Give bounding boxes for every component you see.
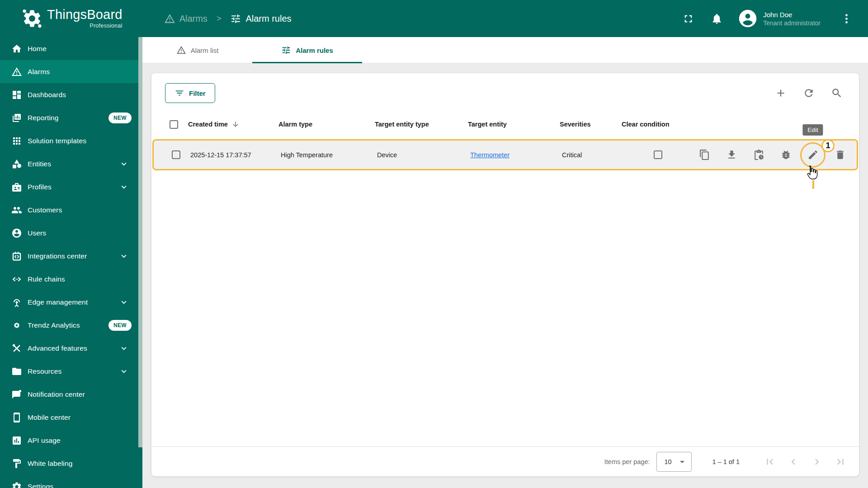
add-button[interactable] bbox=[775, 87, 787, 99]
chevron-down-icon bbox=[119, 182, 129, 192]
column-label: Alarm type bbox=[278, 121, 312, 128]
select-all-checkbox[interactable] bbox=[170, 120, 178, 129]
tune-icon bbox=[230, 13, 241, 24]
page-size-select[interactable]: 10 bbox=[656, 452, 692, 472]
sidebar-item-label: Advanced features bbox=[28, 344, 87, 352]
breadcrumb: Alarms > Alarm rules bbox=[164, 13, 292, 24]
debug-button[interactable] bbox=[777, 146, 795, 164]
cell-target-entity-type: Device bbox=[377, 151, 470, 159]
tab-label: Alarm list bbox=[191, 47, 219, 54]
sidebar-item-integrations-center[interactable]: Integrations center bbox=[0, 244, 142, 267]
gear-icon bbox=[11, 481, 22, 488]
edit-tooltip: Edit bbox=[802, 124, 823, 136]
sidebar-item-resources[interactable]: Resources bbox=[0, 360, 142, 383]
target-entity-link[interactable]: Thermometer bbox=[470, 151, 509, 159]
app-logo[interactable]: ThingsBoard Professional bbox=[0, 8, 123, 29]
download-button[interactable] bbox=[722, 146, 741, 164]
user-name: John Doe bbox=[763, 11, 821, 19]
chevron-right-icon bbox=[811, 456, 823, 468]
dashboard-icon bbox=[11, 89, 22, 100]
notifications-button[interactable] bbox=[711, 13, 723, 25]
person-circle-icon bbox=[11, 228, 22, 239]
filter-icon bbox=[175, 88, 184, 98]
chevron-down-icon bbox=[119, 343, 129, 353]
sidebar-item-api-usage[interactable]: API usage bbox=[0, 429, 142, 452]
sidebar-item-dashboards[interactable]: Dashboards bbox=[0, 83, 142, 106]
column-header-clear-condition[interactable]: Clear condition bbox=[622, 121, 689, 128]
table-header-row: Created time Alarm type Target entity ty… bbox=[151, 113, 859, 136]
sidebar-item-users[interactable]: Users bbox=[0, 221, 142, 244]
sidebar-item-rule-chains[interactable]: Rule chains bbox=[0, 267, 142, 291]
breadcrumb-separator: > bbox=[217, 14, 222, 23]
sidebar-item-profiles[interactable]: Profiles bbox=[0, 175, 142, 198]
column-header-target-entity-type[interactable]: Target entity type bbox=[375, 121, 468, 128]
filter-button[interactable]: Filter bbox=[165, 83, 215, 103]
chevron-down-icon bbox=[119, 366, 129, 376]
chevron-down-icon bbox=[119, 159, 129, 169]
clear-condition-checkbox[interactable] bbox=[654, 150, 662, 159]
sidebar-item-notification-center[interactable]: Notification center bbox=[0, 383, 142, 406]
sidebar-item-edge-management[interactable]: Edge management bbox=[0, 291, 142, 314]
sidebar-item-entities[interactable]: Entities bbox=[0, 152, 142, 175]
refresh-button[interactable] bbox=[803, 87, 815, 99]
avatar[interactable] bbox=[738, 9, 757, 28]
sidebar-item-home[interactable]: Home bbox=[0, 37, 142, 60]
people-icon bbox=[11, 205, 22, 216]
sidebar-item-solution-templates[interactable]: Solution templates bbox=[0, 129, 142, 152]
sidebar: Home Alarms Dashboards Reporting NEW Sol… bbox=[0, 37, 142, 488]
card-toolbar: Filter bbox=[151, 73, 859, 113]
filter-button-label: Filter bbox=[189, 89, 206, 97]
sidebar-item-white-labeling[interactable]: White labeling bbox=[0, 452, 142, 475]
prev-page-button[interactable] bbox=[788, 456, 799, 468]
report-chart-icon bbox=[11, 113, 22, 123]
sidebar-item-settings[interactable]: Settings bbox=[0, 475, 142, 488]
sidebar-item-label: Dashboards bbox=[28, 91, 66, 99]
tab-alarm-list[interactable]: Alarm list bbox=[142, 37, 252, 63]
sidebar-item-label: Notification center bbox=[28, 390, 85, 399]
clipboard-clock-icon bbox=[753, 149, 764, 160]
step-badge: 1 bbox=[821, 139, 835, 152]
edit-button[interactable]: Edit 1 bbox=[804, 146, 822, 164]
antenna-icon bbox=[11, 297, 22, 308]
breadcrumb-alarms[interactable]: Alarms bbox=[164, 13, 208, 24]
sidebar-item-advanced-features[interactable]: Advanced features bbox=[0, 337, 142, 360]
more-menu-button[interactable] bbox=[840, 13, 853, 25]
page-range-label: 1 – 1 of 1 bbox=[712, 458, 740, 465]
tab-alarm-rules[interactable]: Alarm rules bbox=[252, 37, 362, 63]
sidebar-item-reporting[interactable]: Reporting NEW bbox=[0, 106, 142, 129]
brand-edition: Professional bbox=[90, 23, 122, 29]
sidebar-scrollbar[interactable] bbox=[138, 37, 142, 447]
last-page-button[interactable] bbox=[835, 456, 846, 468]
bar-chart-box-icon bbox=[11, 435, 22, 446]
column-header-target-entity[interactable]: Target entity bbox=[468, 121, 560, 128]
export-schedule-button[interactable] bbox=[750, 146, 768, 164]
sidebar-item-label: Solution templates bbox=[28, 137, 86, 145]
trendz-icon bbox=[11, 320, 22, 331]
search-button[interactable] bbox=[831, 87, 843, 99]
next-page-button[interactable] bbox=[811, 456, 823, 468]
sidebar-item-trendz-analytics[interactable]: Trendz Analytics NEW bbox=[0, 314, 142, 337]
tab-label: Alarm rules bbox=[296, 47, 333, 54]
sidebar-item-label: Alarms bbox=[28, 68, 50, 76]
bug-icon bbox=[780, 149, 792, 160]
paint-roller-icon bbox=[11, 458, 22, 469]
column-header-alarm-type[interactable]: Alarm type bbox=[278, 121, 375, 128]
column-header-created-time[interactable]: Created time bbox=[188, 120, 278, 128]
sidebar-item-label: Settings bbox=[28, 483, 53, 488]
new-badge: NEW bbox=[108, 113, 132, 123]
fullscreen-button[interactable] bbox=[682, 13, 694, 25]
sidebar-item-customers[interactable]: Customers bbox=[0, 198, 142, 221]
first-page-button[interactable] bbox=[764, 456, 776, 468]
table-row[interactable]: 2025-12-15 17:37:57 High Temperature Dev… bbox=[152, 139, 858, 170]
bell-icon bbox=[711, 13, 723, 25]
copy-button[interactable] bbox=[695, 146, 713, 164]
row-actions: Edit 1 bbox=[692, 146, 857, 164]
folder-icon bbox=[11, 366, 22, 377]
sidebar-item-mobile-center[interactable]: Mobile center bbox=[0, 406, 142, 429]
search-icon bbox=[831, 87, 843, 99]
row-checkbox[interactable] bbox=[172, 150, 180, 159]
sidebar-item-alarms[interactable]: Alarms bbox=[0, 60, 142, 83]
sidebar-item-label: Customers bbox=[28, 206, 62, 214]
column-header-severities[interactable]: Severities bbox=[560, 121, 622, 128]
user-info[interactable]: John Doe Tenant administrator bbox=[763, 11, 821, 27]
